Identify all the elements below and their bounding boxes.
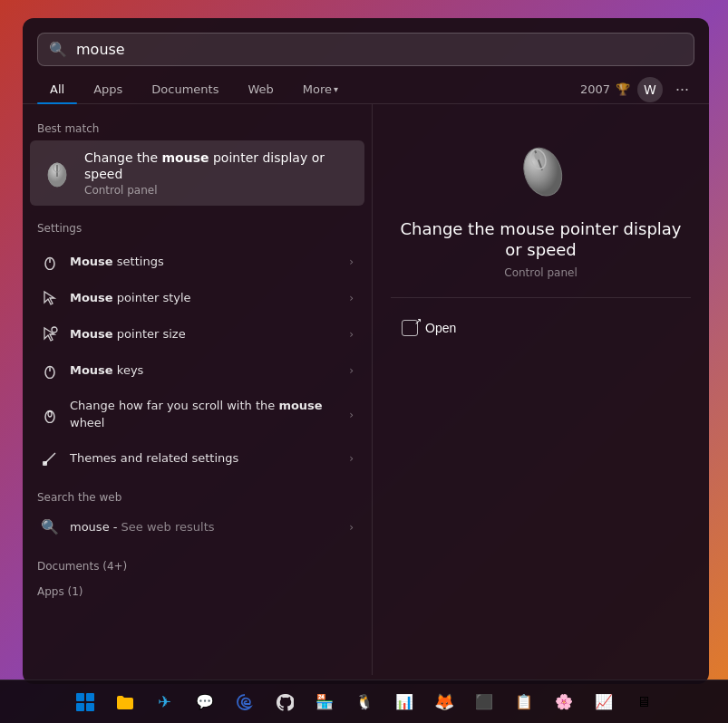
tab-all[interactable]: All xyxy=(37,75,77,103)
tab-documents[interactable]: Documents xyxy=(139,75,231,103)
tab-more[interactable]: More ▾ xyxy=(290,75,351,103)
mouse-keys-icon xyxy=(41,362,59,380)
best-match-item[interactable]: Change the mouse pointer display or spee… xyxy=(30,140,364,206)
taskbar-firefox[interactable]: 🦊 xyxy=(426,684,462,720)
mouse-settings-icon xyxy=(41,253,59,271)
chevron-right-icon2: › xyxy=(349,292,354,304)
taskbar-app10[interactable]: 📈 xyxy=(586,684,622,720)
svg-marker-7 xyxy=(44,328,54,341)
edge-icon xyxy=(235,692,255,712)
search-input[interactable] xyxy=(76,41,683,58)
web-search-icon: 🔍 xyxy=(41,518,59,536)
windows-logo-icon xyxy=(75,692,95,712)
web-search-text: mouse - See web results xyxy=(70,519,338,535)
taskbar-telegram[interactable]: ✈ xyxy=(147,684,183,720)
folder-icon xyxy=(115,692,135,712)
taskbar-store[interactable]: 🏪 xyxy=(306,684,343,720)
user-avatar[interactable]: W xyxy=(637,77,663,102)
svg-rect-14 xyxy=(43,461,47,466)
taskbar-edge[interactable] xyxy=(227,684,263,720)
search-input-wrapper: 🔍 xyxy=(37,33,694,66)
search-web-label: Search the web xyxy=(23,484,372,509)
chevron-right-icon3: › xyxy=(349,328,354,341)
chevron-right-icon4: › xyxy=(349,364,354,377)
scroll-wheel-text: Change how far you scroll with the mouse… xyxy=(70,398,338,430)
pointer-style-icon xyxy=(41,289,59,307)
list-item-mouse-pointer-style[interactable]: Mouse pointer style › xyxy=(26,280,368,316)
user-id: 2007 xyxy=(580,82,610,96)
pointer-size-icon xyxy=(41,325,59,343)
preview-title: Change the mouse pointer display or spee… xyxy=(391,218,691,261)
taskbar-file-explorer[interactable] xyxy=(107,684,143,720)
best-match-text: Change the mouse pointer display or spee… xyxy=(84,149,354,197)
svg-point-12 xyxy=(48,411,52,417)
tabs-bar: All Apps Documents Web More ▾ 2007 🏆 W ·… xyxy=(23,66,709,104)
taskbar-github[interactable] xyxy=(267,684,303,720)
taskbar-start[interactable] xyxy=(67,684,103,720)
taskbar-app5[interactable]: 🐧 xyxy=(346,684,383,720)
chevron-down-icon: ▾ xyxy=(334,84,338,94)
preview-subtitle: Control panel xyxy=(504,266,577,279)
pointer-style-text: Mouse pointer style xyxy=(70,290,338,306)
svg-rect-21 xyxy=(76,703,84,711)
list-item-themes[interactable]: Themes and related settings › xyxy=(26,440,368,477)
svg-rect-20 xyxy=(86,693,94,701)
taskbar-notes[interactable]: 📋 xyxy=(506,684,542,720)
settings-list: Mouse settings › Mouse pointer style › xyxy=(23,244,372,476)
chevron-right-icon5: › xyxy=(349,409,354,421)
mouse-keys-text: Mouse keys xyxy=(70,362,338,379)
chevron-right-icon7: › xyxy=(349,521,354,534)
documents-label: Documents (4+) xyxy=(23,553,372,578)
taskbar-app6[interactable]: 📊 xyxy=(386,684,422,720)
themes-text: Themes and related settings xyxy=(70,450,338,467)
main-content: Best match xyxy=(23,104,709,675)
best-match-title: Change the mouse pointer display or spee… xyxy=(84,149,354,182)
taskbar-messenger[interactable]: 💬 xyxy=(187,684,223,720)
apps-section-label: Apps (1) xyxy=(23,578,372,603)
svg-rect-19 xyxy=(76,693,84,701)
taskbar-app9[interactable]: 🌸 xyxy=(546,684,582,720)
list-item-mouse-pointer-size[interactable]: Mouse pointer size › xyxy=(26,316,368,352)
tab-apps[interactable]: Apps xyxy=(81,75,135,103)
chevron-right-icon: › xyxy=(349,255,354,268)
svg-marker-6 xyxy=(44,292,54,304)
list-item-mouse-keys[interactable]: Mouse keys › xyxy=(26,352,368,389)
user-info: 2007 🏆 xyxy=(580,82,630,96)
svg-rect-22 xyxy=(86,703,94,711)
preview-mouse-icon xyxy=(494,121,587,215)
tab-web[interactable]: Web xyxy=(235,75,286,103)
mouse-settings-text: Mouse settings xyxy=(70,254,338,270)
list-item-scroll-wheel[interactable]: Change how far you scroll with the mouse… xyxy=(26,389,368,439)
chevron-right-icon6: › xyxy=(349,452,354,465)
open-button[interactable]: ↗ Open xyxy=(391,313,467,343)
preview-mouse-svg xyxy=(497,124,584,211)
best-match-icon xyxy=(41,157,73,189)
taskbar: ✈ 💬 🏪 🐧 📊 🦊 ⬛ 📋 🌸 📈 🖥 xyxy=(0,680,728,723)
list-item-mouse-settings[interactable]: Mouse settings › xyxy=(26,244,368,280)
mouse-icon xyxy=(41,157,73,189)
more-options-button[interactable]: ··· xyxy=(670,76,694,102)
search-icon: 🔍 xyxy=(49,41,67,58)
divider xyxy=(391,297,691,298)
themes-icon xyxy=(41,449,59,468)
svg-point-8 xyxy=(52,327,57,333)
left-panel: Best match xyxy=(23,104,372,675)
github-icon xyxy=(276,693,294,711)
best-match-label: Best match xyxy=(23,115,372,140)
search-bar: 🔍 xyxy=(23,18,709,66)
tabs-right-area: 2007 🏆 W ··· xyxy=(580,76,694,102)
trophy-icon: 🏆 xyxy=(616,82,630,96)
best-match-subtitle: Control panel xyxy=(84,184,354,197)
taskbar-app11[interactable]: 🖥 xyxy=(626,684,662,720)
right-panel: Change the mouse pointer display or spee… xyxy=(372,104,709,675)
search-window: 🔍 All Apps Documents Web More ▾ 2007 🏆 W… xyxy=(23,18,709,684)
settings-section-label: Settings xyxy=(23,215,372,240)
scroll-wheel-icon xyxy=(41,406,59,424)
list-item-web-search[interactable]: 🔍 mouse - See web results › xyxy=(26,509,368,545)
open-link-icon: ↗ xyxy=(402,320,418,336)
taskbar-terminal[interactable]: ⬛ xyxy=(466,684,502,720)
pointer-size-text: Mouse pointer size xyxy=(70,326,338,342)
